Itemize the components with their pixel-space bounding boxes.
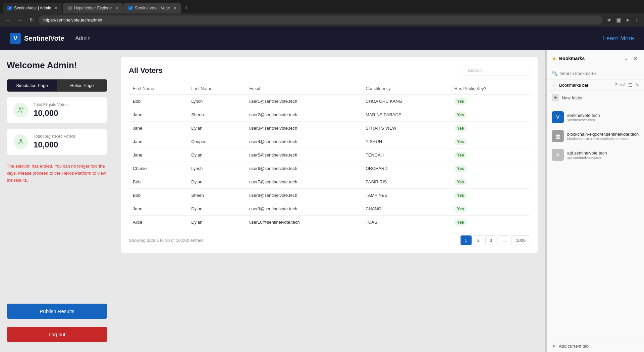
bookmark-url-sentinelvote: sentinelvote.tech [567,118,639,122]
tab-voter[interactable]: V SentinelVote | Voter × [123,3,181,13]
yes-badge: Yes [454,179,467,185]
app: V SentinelVote Admin Learn More Welcome … [0,27,644,352]
welcome-title: Welcome Admin! [7,60,107,71]
nav-button-group: Simulation Page Helios Page [7,79,107,92]
table-row: Jane Dylan user9@sentinelvote.tech CHANG… [129,202,530,216]
cell-constituency: TUAS [362,216,450,229]
eligible-voters-icon [13,103,28,118]
cell-email: user10@sentinelvote.tech [245,216,362,229]
cell-first-name: Jane [129,122,187,135]
bookmarks-list: V sentinelvote.tech sentinelvote.tech ▦ … [547,105,644,340]
cell-email: user7@sentinelvote.tech [245,175,362,189]
registered-voters-icon [13,134,28,149]
cell-constituency: YISHUN [362,135,450,148]
cell-email: user6@sentinelvote.tech [245,162,362,175]
cell-has-key: Yes [450,95,530,108]
right-panel: All Voters First Name Last Name Email Co… [114,50,545,352]
bookmark-item-api[interactable]: ☀ api.sentinelvote.tech api.sentinelvote… [547,145,644,164]
cell-has-key: Yes [450,202,530,216]
cell-first-name: Jane [129,135,187,148]
tab-bar: V SentinelVote | Admin × H Hyperledger E… [0,0,644,13]
table-row: Jane Dylan user5@sentinelvote.tech TENGA… [129,148,530,162]
pagination: 1 2 3 ... 1000 [461,235,530,245]
cell-email: user9@sentinelvote.tech [245,202,362,216]
cell-has-key: Yes [450,189,530,202]
tab-hyperledger[interactable]: H Hyperledger Explorer × [63,3,123,13]
tab-label-voter: SentinelVote | Voter [135,6,170,10]
eligible-voters-value: 10,000 [34,108,69,118]
table-footer: Showing data 1 to 10 of 10,000 entries 1… [129,235,530,245]
bookmarks-search: 🔍 [547,67,644,80]
profile-button[interactable]: ● [625,16,631,25]
spacer [7,189,107,298]
page-last-button[interactable]: 1000 [512,235,530,245]
publish-results-button[interactable]: Publish Results [7,304,107,319]
new-folder-label: New folder [562,95,583,100]
tab-close-voter[interactable]: × [174,5,176,11]
bookmarks-back-button[interactable]: ← [552,82,556,88]
menu-button[interactable]: ⋮ [633,15,641,25]
page-ellipsis-button[interactable]: ... [498,235,510,245]
cell-first-name: Charlie [129,162,187,175]
yes-badge: Yes [454,98,467,105]
cell-has-key: Yes [450,216,530,229]
tab-favicon-admin: V [7,6,12,10]
cell-first-name: Jane [129,108,187,122]
page-1-button[interactable]: 1 [461,235,472,245]
tab-close-hyperledger[interactable]: × [115,5,118,11]
add-folder-button[interactable]: + New folder [552,94,583,101]
reload-button[interactable]: ↻ [28,15,36,25]
bookmarks-edit-button[interactable]: ✎ [635,82,639,88]
table-row: Jane Cooper user4@sentinelvote.tech YISH… [129,135,530,148]
bookmark-info-api: api.sentinelvote.tech api.sentinelvote.t… [567,150,639,160]
bookmarks-chevron-down-icon[interactable]: ⌄ [623,55,630,62]
table-head: First Name Last Name Email Constituency … [129,83,530,95]
helios-page-button[interactable]: Helios Page [57,80,107,91]
col-email: Email [245,83,362,95]
page-3-button[interactable]: 3 [485,235,496,245]
back-button[interactable]: ← [3,16,13,25]
cell-last-name: Lynch [187,162,245,175]
registered-voters-info: Total Registered Voters 10,000 [34,134,75,149]
logout-button[interactable]: Log out [7,327,107,342]
table-row: Jane Dylan user3@sentinelvote.tech STRAI… [129,122,530,135]
cell-email: user3@sentinelvote.tech [245,122,362,135]
warning-text: The election has ended. You can no longe… [7,163,107,184]
registered-voters-card: Total Registered Voters 10,000 [7,129,107,155]
bookmark-item-sentinelvote[interactable]: V sentinelvote.tech sentinelvote.tech [547,108,644,127]
simulation-page-button[interactable]: Simulation Page [7,80,57,91]
main-content: Welcome Admin! Simulation Page Helios Pa… [0,50,644,352]
cell-has-key: Yes [450,175,530,189]
showing-text: Showing data 1 to 10 of 10,000 entries [129,238,204,243]
bookmark-item-blockchain[interactable]: ▦ blockchain-explorer.sentinelvote.tech … [547,127,644,145]
forward-button[interactable]: → [15,16,25,25]
address-input[interactable] [39,15,603,25]
registered-voters-value: 10,000 [34,140,75,149]
new-tab-button[interactable]: + [182,3,191,13]
col-first-name: First Name [129,83,187,95]
page-2-button[interactable]: 2 [473,235,484,245]
tab-close-admin[interactable]: × [55,5,57,11]
bookmarks-search-input[interactable] [560,71,639,76]
tab-sentinelvote-admin[interactable]: V SentinelVote | Admin × [3,3,62,13]
bookmarks-view-button[interactable]: ☰ [628,82,633,88]
yes-badge: Yes [454,206,467,212]
cell-has-key: Yes [450,135,530,148]
col-last-name: Last Name [187,83,245,95]
search-input[interactable] [463,65,530,76]
cell-has-key: Yes [450,122,530,135]
extension-button[interactable]: ▣ [615,15,623,25]
add-current-tab-button[interactable]: ★ Add current tab [547,340,644,352]
learn-more-link[interactable]: Learn More [603,35,634,42]
bookmarks-bar-title: Bookmarks bar [559,83,612,88]
cell-constituency: CHOA CHU KANG [362,95,450,108]
bookmark-icon-api: ☀ [552,149,564,161]
bookmark-info-blockchain: blockchain-explorer.sentinelvote.tech bl… [567,132,639,141]
bookmarks-close-button[interactable]: ✕ [632,54,639,63]
header-divider [70,33,70,43]
yes-badge: Yes [454,219,467,226]
star-button[interactable]: ★ [605,15,613,25]
svg-point-2 [20,139,22,142]
cell-has-key: Yes [450,108,530,122]
cell-email: user4@sentinelvote.tech [245,135,362,148]
